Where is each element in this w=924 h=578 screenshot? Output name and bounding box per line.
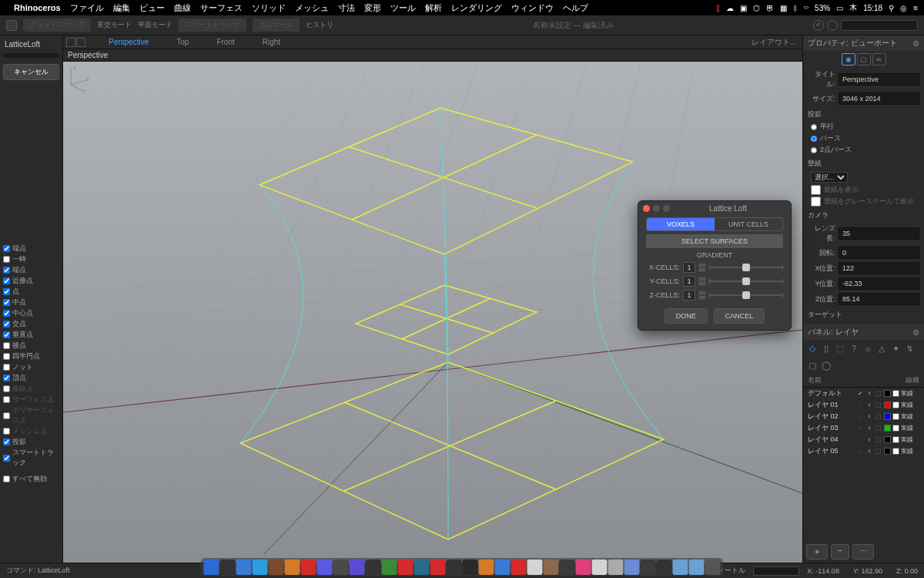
osnap-checkbox[interactable] [3, 428, 10, 435]
dock-app-icon[interactable] [301, 560, 316, 575]
wifi-icon[interactable]: ⌔ [804, 4, 808, 12]
cancel-dialog-button[interactable]: CANCEL [714, 308, 765, 324]
dock-app-icon[interactable] [269, 560, 284, 575]
notification-icon[interactable]: ≡ [913, 4, 918, 12]
mode-history[interactable]: ヒストリ [306, 20, 333, 30]
osnap-item[interactable]: 一時 [3, 254, 59, 264]
osnap-item[interactable]: サーフェス上 [3, 395, 59, 405]
osnap-checkbox[interactable] [3, 310, 10, 317]
layer-material-swatch[interactable] [892, 448, 899, 455]
help-icon[interactable]: ? [848, 342, 860, 355]
layout-quad-icon[interactable] [76, 38, 85, 47]
shield-icon[interactable]: ⛨ [766, 4, 774, 12]
menu-edit[interactable]: 編集 [113, 2, 130, 14]
menu-transform[interactable]: 変形 [364, 2, 381, 14]
current-layer-icon[interactable]: ○ [856, 436, 864, 444]
clock-time[interactable]: 15:18 [863, 4, 882, 12]
dock-app-icon[interactable] [689, 560, 705, 575]
menu-help[interactable]: ヘルプ [563, 2, 588, 14]
dock-app-icon[interactable] [705, 560, 721, 575]
mode-smarttrack[interactable]: スマートトラック [179, 18, 246, 32]
camera-field[interactable]: -62.33 [839, 277, 919, 290]
camera-field[interactable]: 0 [839, 247, 919, 259]
osnap-checkbox[interactable] [3, 439, 10, 445]
layer-row[interactable]: レイヤ 03 ○ ♀ ⬚ 実線 [803, 422, 924, 434]
toolbar-search[interactable] [841, 20, 918, 31]
osnap-checkbox[interactable] [3, 455, 10, 462]
bulb-icon[interactable]: ♀ [865, 402, 873, 409]
app-name[interactable]: Rhinoceros [14, 3, 61, 12]
osnap-checkbox[interactable] [3, 245, 10, 252]
search-icon[interactable]: ⚲ [889, 4, 894, 12]
dock-app-icon[interactable] [463, 560, 478, 575]
layer-color-swatch[interactable] [884, 448, 891, 455]
box-icon[interactable]: ⬚ [834, 342, 846, 355]
lock-icon[interactable]: ⬚ [875, 413, 882, 421]
dock-app-icon[interactable] [236, 560, 252, 575]
dock-app-icon[interactable] [641, 560, 656, 575]
dock-app-icon[interactable] [398, 560, 413, 575]
layer-options-button[interactable]: ⋯ [852, 544, 874, 560]
dock-app-icon[interactable] [414, 560, 430, 575]
osnap-item[interactable]: 端点 [3, 244, 59, 254]
prop-tab-material-icon[interactable]: ▢ [857, 53, 871, 66]
gear-icon[interactable]: ⚙ [912, 39, 919, 48]
cloud-icon[interactable]: ☁ [726, 4, 734, 12]
layer-color-swatch[interactable] [884, 413, 891, 420]
dock-app-icon[interactable] [220, 560, 236, 575]
lock-icon[interactable]: ⬚ [875, 390, 882, 398]
leaf-icon[interactable]: ✦ [889, 342, 902, 355]
doc-icon[interactable]: ▯ [820, 342, 832, 355]
wrench-icon[interactable]: ↯ [903, 342, 916, 355]
menu-file[interactable]: ファイル [70, 2, 104, 14]
osnap-item[interactable]: 点 [3, 287, 59, 297]
mode-gridsnap[interactable]: グリッドスナップ [23, 18, 91, 32]
wallpaper-gray-checkbox[interactable] [811, 197, 821, 207]
osnap-item[interactable]: 中心点 [3, 308, 59, 318]
lock-icon[interactable]: ⬚ [875, 425, 882, 432]
dock-app-icon[interactable] [317, 560, 333, 575]
dock-app-icon[interactable] [608, 560, 624, 575]
osnap-checkbox[interactable] [3, 412, 10, 419]
layer-color-swatch[interactable] [884, 425, 891, 432]
bulb-icon[interactable]: ♀ [865, 425, 873, 432]
toolbar-record-icon[interactable] [827, 20, 838, 31]
dock-app-icon[interactable] [285, 560, 300, 575]
ycells-field[interactable]: 1 [683, 276, 695, 287]
menu-mesh[interactable]: メッシュ [295, 2, 329, 14]
menu-tools[interactable]: ツール [390, 2, 416, 14]
osnap-item[interactable]: 頂点 [3, 373, 59, 383]
pause-icon[interactable]: ∥ [716, 4, 720, 12]
close-icon[interactable] [643, 205, 650, 212]
osnap-item[interactable]: ポリサーフェス上 [3, 405, 59, 425]
lock-icon[interactable]: ⬚ [875, 448, 882, 455]
osnap-item[interactable]: 接点 [3, 341, 59, 351]
bell-icon[interactable]: △ [875, 342, 888, 355]
siri-icon[interactable]: ◎ [900, 4, 907, 12]
proj-parallel-radio[interactable] [811, 124, 817, 130]
dock-app-icon[interactable] [495, 560, 511, 575]
osnap-item[interactable]: 曲線上 [3, 384, 59, 394]
osnap-checkbox[interactable] [3, 288, 10, 295]
menu-curve[interactable]: 曲線 [174, 2, 191, 14]
prop-tab-link-icon[interactable]: ∞ [872, 53, 886, 66]
clock-day[interactable]: 木 [849, 2, 857, 13]
gear-icon[interactable]: ⚙ [912, 328, 919, 337]
camera-field[interactable]: 35 [839, 227, 919, 240]
current-layer-icon[interactable]: ✔ [856, 390, 864, 398]
dock-app-icon[interactable] [430, 560, 446, 575]
cancel-button[interactable]: キャンセル [3, 64, 59, 80]
dock-app-icon[interactable] [560, 560, 575, 575]
lock-icon[interactable]: ⬚ [875, 436, 882, 444]
current-layer-icon[interactable]: ○ [856, 402, 864, 409]
bluetooth-icon[interactable]: ᛒ [793, 4, 798, 12]
wallpaper-show-checkbox[interactable] [811, 185, 821, 195]
dock-app-icon[interactable] [527, 560, 543, 575]
osnap-checkbox[interactable] [3, 342, 10, 349]
layer-color-swatch[interactable] [884, 436, 891, 443]
osnap-item[interactable]: 垂直点 [3, 330, 59, 340]
dock-app-icon[interactable] [592, 560, 608, 575]
prop-tab-viewport-icon[interactable]: ◉ [842, 53, 855, 66]
dock-app-icon[interactable] [576, 560, 591, 575]
menu-window[interactable]: ウィンドウ [511, 2, 554, 14]
